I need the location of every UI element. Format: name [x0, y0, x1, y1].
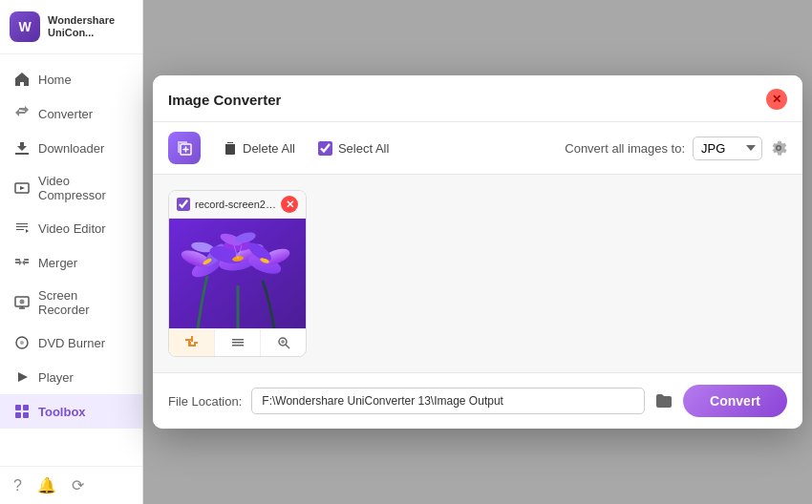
svg-rect-7 — [15, 412, 21, 418]
image-card-remove-button[interactable]: ✕ — [281, 196, 298, 213]
dialog-toolbar: Delete All Select All Convert all images… — [153, 122, 802, 175]
select-all-label: Select All — [338, 141, 389, 156]
dvd-burner-icon — [13, 334, 31, 351]
sidebar-label-player: Player — [38, 370, 74, 385]
file-location-label: File Location: — [168, 394, 242, 409]
image-card-filename: record-screen22.JPG — [195, 199, 276, 210]
player-icon — [13, 368, 31, 386]
sidebar-label-downloader: Downloader — [38, 141, 104, 156]
image-card-header: record-screen22.JPG ✕ — [169, 191, 306, 219]
dialog-close-button[interactable]: ✕ — [766, 89, 787, 110]
card-crop-button[interactable] — [169, 329, 215, 356]
sidebar-label-converter: Converter — [38, 107, 93, 121]
svg-point-2 — [20, 300, 25, 304]
converter-icon — [13, 105, 31, 122]
svg-rect-8 — [23, 412, 29, 418]
browse-folder-button[interactable] — [654, 391, 673, 410]
dialog-overlay: Image Converter ✕ Delete All — [143, 0, 812, 504]
help-icon[interactable]: ? — [13, 477, 22, 494]
downloader-icon — [13, 139, 31, 157]
convert-button[interactable]: Convert — [683, 385, 787, 417]
sidebar-label-dvd-burner: DVD Burner — [38, 336, 105, 350]
sidebar-item-player[interactable]: Player — [0, 360, 142, 394]
dialog-content: record-screen22.JPG ✕ — [153, 175, 802, 372]
main-area: Image Converter ✕ Delete All — [143, 0, 812, 504]
sidebar-item-screen-recorder[interactable]: Screen Recorder — [0, 280, 142, 326]
image-converter-dialog: Image Converter ✕ Delete All — [153, 75, 802, 429]
screen-recorder-icon — [13, 294, 31, 311]
select-all-control[interactable]: Select All — [318, 141, 389, 156]
convert-all-label: Convert all images to: — [565, 141, 685, 156]
svg-rect-6 — [23, 405, 29, 410]
dialog-title: Image Converter — [168, 92, 281, 108]
delete-all-label: Delete All — [243, 141, 295, 156]
sidebar-label-video-compressor: Video Compressor — [38, 174, 129, 202]
dialog-titlebar: Image Converter ✕ — [153, 75, 802, 122]
notifications-icon[interactable]: 🔔 — [37, 476, 56, 494]
image-card-checkbox[interactable] — [177, 198, 190, 211]
image-card: record-screen22.JPG ✕ — [168, 190, 307, 357]
sidebar-label-screen-recorder: Screen Recorder — [38, 288, 129, 317]
video-compressor-icon — [13, 179, 31, 197]
sidebar-label-video-editor: Video Editor — [38, 221, 106, 236]
image-card-preview — [169, 219, 306, 328]
file-location-input[interactable] — [251, 388, 645, 414]
card-zoom-button[interactable] — [261, 329, 306, 356]
add-image-button[interactable] — [168, 132, 201, 164]
sidebar-item-merger[interactable]: Merger — [0, 245, 142, 280]
svg-point-4 — [20, 341, 24, 345]
merger-icon — [13, 254, 31, 271]
logo-icon: W — [10, 11, 40, 42]
video-editor-icon — [13, 220, 31, 237]
sidebar-item-converter[interactable]: Converter — [0, 96, 142, 131]
delete-all-button[interactable]: Delete All — [216, 137, 303, 159]
sidebar-bottom: ? 🔔 ⟳ — [0, 466, 142, 504]
sidebar-item-home[interactable]: Home — [0, 62, 142, 96]
sidebar-item-video-editor[interactable]: Video Editor — [0, 211, 142, 245]
sidebar-item-dvd-burner[interactable]: DVD Burner — [0, 326, 142, 360]
refresh-icon[interactable]: ⟳ — [72, 476, 84, 494]
sidebar-item-toolbox[interactable]: Toolbox — [0, 394, 142, 429]
select-all-checkbox[interactable] — [318, 141, 332, 156]
svg-rect-5 — [15, 405, 21, 410]
sidebar-nav: Home Converter Downloader Video Compress… — [0, 54, 142, 466]
format-settings-button[interactable] — [770, 139, 787, 157]
toolbar-right: Convert all images to: JPG PNG BMP TIFF … — [565, 136, 787, 160]
dialog-footer: File Location: Convert — [153, 372, 802, 429]
sidebar-label-merger: Merger — [38, 256, 77, 270]
app-logo: W WondershareUniCon... — [0, 0, 142, 54]
toolbox-icon — [13, 403, 31, 420]
sidebar-label-toolbox: Toolbox — [38, 405, 86, 419]
sidebar-label-home: Home — [38, 73, 72, 87]
sidebar: W WondershareUniCon... Home Converter Do… — [0, 0, 143, 504]
image-card-actions — [169, 328, 306, 356]
format-select[interactable]: JPG PNG BMP TIFF GIF WEBP — [693, 136, 762, 160]
sidebar-item-downloader[interactable]: Downloader — [0, 131, 142, 165]
sidebar-item-video-compressor[interactable]: Video Compressor — [0, 165, 142, 211]
card-list-button[interactable] — [215, 329, 261, 356]
home-icon — [13, 71, 31, 88]
app-name: WondershareUniCon... — [48, 14, 115, 39]
